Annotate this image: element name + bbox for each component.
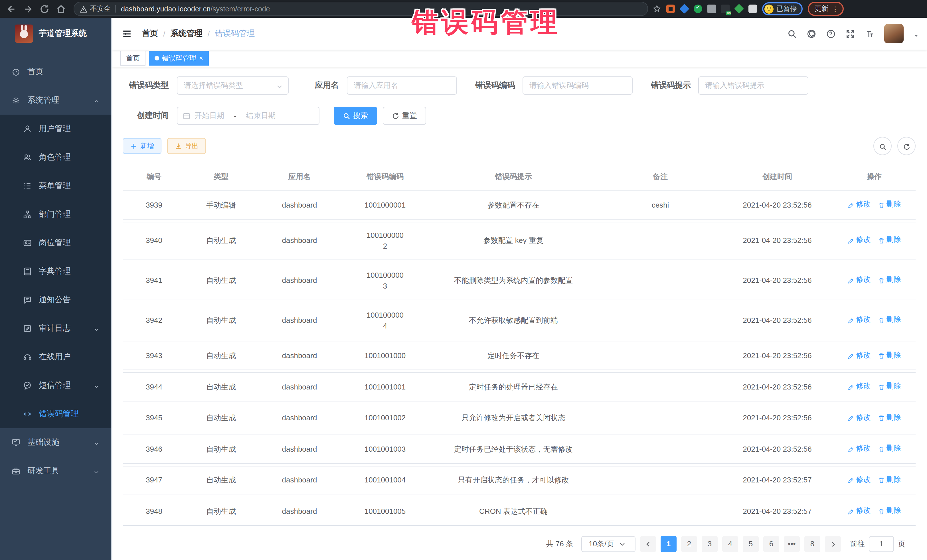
- github-icon[interactable]: [807, 29, 816, 38]
- security-label[interactable]: 不安全: [90, 4, 111, 14]
- tag-错误码管理[interactable]: 错误码管理×: [149, 51, 209, 65]
- browser-forward-icon[interactable]: [23, 4, 33, 14]
- edit-link[interactable]: 修改: [847, 380, 871, 391]
- browser-back-icon[interactable]: [6, 4, 17, 14]
- cell-code: 1001001005: [342, 497, 428, 525]
- sidebar-item-首页[interactable]: 首页: [0, 58, 112, 86]
- sidebar-item-系统管理[interactable]: 系统管理: [0, 86, 112, 115]
- page-size-select[interactable]: 10条/页: [581, 536, 635, 552]
- sidebar-item-研发工具[interactable]: 研发工具: [0, 457, 112, 485]
- add-button[interactable]: 新增: [123, 138, 161, 154]
- edit-link[interactable]: 修改: [847, 349, 871, 360]
- date-range-picker[interactable]: 开始日期 - 结束日期: [177, 107, 319, 125]
- cell-code: 1001001004: [342, 466, 428, 495]
- sidebar-item-岗位管理[interactable]: 岗位管理: [0, 229, 112, 257]
- key-extension-icon[interactable]: [734, 4, 744, 14]
- sidebar-item-通知公告[interactable]: 通知公告: [0, 286, 112, 314]
- error-msg-input[interactable]: 请输入错误码提示: [698, 76, 808, 95]
- green-check-extension-icon[interactable]: [694, 5, 702, 13]
- more-pages-button[interactable]: •••: [784, 536, 800, 552]
- edit-link[interactable]: 修改: [847, 199, 871, 209]
- url-path[interactable]: /system/error-code: [211, 5, 270, 13]
- page-button-4[interactable]: 4: [722, 536, 738, 552]
- browser-reload-icon[interactable]: [40, 4, 50, 14]
- edit-link[interactable]: 修改: [847, 473, 871, 484]
- delete-link[interactable]: 删除: [878, 411, 901, 422]
- page-button-6[interactable]: 6: [763, 536, 779, 552]
- grid-extension-icon[interactable]: [707, 5, 716, 13]
- delete-link[interactable]: 删除: [878, 349, 901, 360]
- reset-button[interactable]: 重置: [383, 107, 426, 125]
- edit-link[interactable]: 修改: [847, 505, 871, 516]
- breadcrumb-system[interactable]: 系统管理: [170, 29, 202, 39]
- delete-link[interactable]: 删除: [878, 314, 901, 325]
- sidebar-item-字典管理[interactable]: 字典管理: [0, 257, 112, 286]
- delete-link[interactable]: 删除: [878, 274, 901, 285]
- browser-menu-kebab-icon[interactable]: ⋮: [832, 6, 839, 12]
- page-button-3[interactable]: 3: [702, 536, 718, 552]
- search-button[interactable]: 搜索: [334, 107, 377, 125]
- error-code-input[interactable]: 请输入错误码编码: [523, 76, 633, 95]
- address-bar[interactable]: 不安全 dashboard.yudao.iocoder.cn/system/er…: [74, 2, 648, 16]
- sidebar-item-label: 菜单管理: [39, 181, 71, 191]
- cell-time: 2021-04-20 23:52:56: [722, 261, 833, 299]
- font-size-icon[interactable]: [865, 29, 874, 38]
- close-tag-icon[interactable]: ×: [199, 55, 203, 62]
- browser-profile-chip[interactable]: 已暂停: [762, 2, 802, 15]
- page-button-2[interactable]: 2: [681, 536, 697, 552]
- delete-link[interactable]: 删除: [878, 234, 901, 245]
- page-button-8[interactable]: 8: [804, 536, 820, 552]
- refresh-table-button[interactable]: [897, 137, 916, 155]
- delete-link[interactable]: 删除: [878, 380, 901, 391]
- sidebar-item-审计日志[interactable]: 审计日志: [0, 314, 112, 343]
- sidebar-item-用户管理[interactable]: 用户管理: [0, 115, 112, 143]
- column-header-应用名: 应用名: [257, 167, 342, 188]
- sidebar-item-部门管理[interactable]: 部门管理: [0, 200, 112, 229]
- header-search-icon[interactable]: [787, 29, 797, 38]
- sidebar-item-基础设施[interactable]: 基础设施: [0, 428, 112, 457]
- toggle-search-button[interactable]: [873, 137, 892, 155]
- export-button[interactable]: 导出: [167, 138, 206, 154]
- edit-link[interactable]: 修改: [847, 314, 871, 325]
- delete-link[interactable]: 删除: [878, 199, 901, 209]
- edit-link[interactable]: 修改: [847, 274, 871, 285]
- cell-id: 3943: [123, 341, 185, 370]
- user-avatar[interactable]: [884, 24, 904, 43]
- sidebar-toggle-hamburger-icon[interactable]: [122, 29, 132, 38]
- breadcrumb-home[interactable]: 首页: [142, 29, 158, 39]
- edit-link[interactable]: 修改: [847, 234, 871, 245]
- tag-首页[interactable]: 首页: [120, 51, 146, 65]
- delete-link[interactable]: 删除: [878, 443, 901, 453]
- edit-link-label: 修改: [856, 443, 871, 453]
- delete-link[interactable]: 删除: [878, 473, 901, 484]
- puzzle-extension-icon[interactable]: [748, 5, 757, 13]
- page-button-5[interactable]: 5: [743, 536, 759, 552]
- error-type-select[interactable]: 请选择错误码类型: [177, 76, 289, 95]
- edit-link[interactable]: 修改: [847, 411, 871, 422]
- proxy-on-extension-icon[interactable]: [721, 5, 729, 13]
- delete-link[interactable]: 删除: [878, 505, 901, 516]
- sidebar-item-在线用户[interactable]: 在线用户: [0, 343, 112, 371]
- sidebar-item-角色管理[interactable]: 角色管理: [0, 143, 112, 171]
- sidebar-item-菜单管理[interactable]: 菜单管理: [0, 171, 112, 200]
- prev-page-button[interactable]: [640, 536, 656, 552]
- help-question-icon[interactable]: [826, 29, 836, 38]
- fullscreen-icon[interactable]: [845, 29, 855, 38]
- bookmark-star-icon[interactable]: [653, 5, 661, 13]
- browser-update-button[interactable]: 更新 ⋮: [808, 2, 844, 16]
- page-button-1[interactable]: 1: [661, 536, 676, 552]
- browser-home-icon[interactable]: [56, 4, 66, 14]
- delete-link-label: 删除: [886, 380, 901, 391]
- gem-extension-icon[interactable]: [679, 4, 689, 14]
- dashboard-icon: [11, 67, 21, 76]
- sidebar-logo[interactable]: 芋道管理系统: [0, 18, 112, 50]
- goto-page-input[interactable]: [869, 536, 894, 552]
- next-page-button[interactable]: [825, 536, 841, 552]
- user-menu-caret-icon[interactable]: [913, 31, 919, 36]
- sidebar-item-短信管理[interactable]: 短信管理: [0, 371, 112, 400]
- sidebar-item-错误码管理[interactable]: 错误码管理: [0, 400, 112, 428]
- url-host[interactable]: dashboard.yudao.iocoder.cn: [121, 5, 211, 13]
- ublock-extension-icon[interactable]: [666, 5, 675, 13]
- edit-link[interactable]: 修改: [847, 443, 871, 453]
- app-name-input[interactable]: 请输入应用名: [347, 76, 457, 95]
